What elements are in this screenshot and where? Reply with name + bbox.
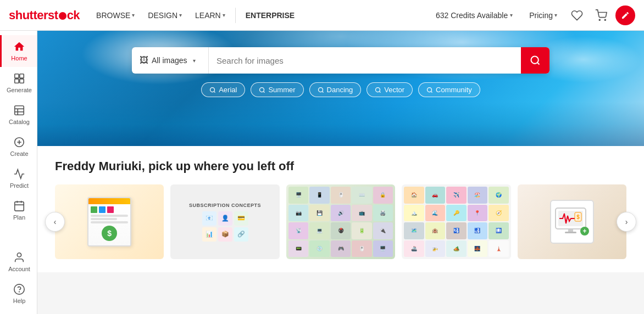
svg-rect-37 <box>565 232 576 233</box>
plan-icon <box>13 200 25 212</box>
logo[interactable]: shutterstck <box>9 8 80 23</box>
nav-design[interactable]: DESIGN ▾ <box>142 8 187 23</box>
svg-rect-6 <box>15 106 24 115</box>
nav-browse[interactable]: BROWSE ▾ <box>91 8 140 23</box>
tag-vector[interactable]: Vector <box>367 82 413 97</box>
svg-line-27 <box>322 91 323 92</box>
topnav-right: 632 Credits Available ▾ Pricing ▾ <box>429 5 635 25</box>
svg-rect-4 <box>15 79 19 83</box>
svg-point-28 <box>376 87 380 92</box>
svg-text:$: $ <box>576 214 580 220</box>
cart-icon <box>595 9 607 21</box>
svg-line-25 <box>264 91 265 92</box>
svg-rect-5 <box>20 79 24 83</box>
predict-icon <box>13 168 25 180</box>
tag-search-icon-3 <box>318 87 324 93</box>
design-chevron-icon: ▾ <box>179 12 182 18</box>
search-tags: Aerial Summer Dancing Vector <box>201 82 480 97</box>
svg-rect-13 <box>15 202 24 211</box>
sidebar-item-help[interactable]: Help <box>0 278 37 310</box>
tag-search-icon <box>209 87 216 93</box>
gallery-item-3[interactable]: 🖥️ 📱 🖱️ ⌨️ 🔒 📷 💾 🔊 📺 🖨️ 📡 💻 🖲️ � <box>286 184 395 259</box>
svg-rect-2 <box>15 74 19 78</box>
hero-content: 🖼 All images ▾ Aerial <box>37 31 644 97</box>
search-type-selector[interactable]: 🖼 All images ▾ <box>132 47 209 74</box>
tag-search-icon-5 <box>426 87 433 93</box>
sidebar-item-account[interactable]: Account <box>0 246 37 278</box>
main-layout: Home Generate Catalog Create Predict Pla… <box>0 31 644 314</box>
tag-search-icon-2 <box>259 87 265 93</box>
edit-icon <box>621 11 630 20</box>
profile-button[interactable] <box>615 5 635 25</box>
credits-chevron-icon: ▾ <box>510 12 513 18</box>
heart-icon <box>571 9 583 21</box>
gallery-item-1[interactable]: $ <box>55 184 164 259</box>
sidebar-item-catalog[interactable]: Catalog <box>0 99 37 131</box>
svg-rect-3 <box>20 74 24 78</box>
svg-point-17 <box>17 253 21 257</box>
svg-point-30 <box>428 87 432 92</box>
tag-summer[interactable]: Summer <box>251 82 303 97</box>
sidebar-item-home[interactable]: Home <box>0 35 37 67</box>
cart-button[interactable] <box>591 5 611 25</box>
account-icon <box>13 251 25 263</box>
sidebar: Home Generate Catalog Create Predict Pla… <box>0 31 37 314</box>
sidebar-item-create[interactable]: Create <box>0 131 37 162</box>
gallery: ‹ $ <box>55 184 626 259</box>
svg-point-22 <box>210 87 215 92</box>
nav-links: BROWSE ▾ DESIGN ▾ LEARN ▾ ENTERPRISE <box>91 8 300 23</box>
medical-illustration: $ + <box>550 200 594 244</box>
gallery-item-2[interactable]: SUBSCRIPTION CONCEPTS 📧 👤 💳 📊 📦 🔗 <box>170 184 279 259</box>
browse-chevron-icon: ▾ <box>132 12 135 18</box>
pricing-chevron-icon: ▾ <box>554 12 557 18</box>
favorites-button[interactable] <box>567 5 587 25</box>
svg-point-18 <box>14 284 24 294</box>
help-icon <box>13 283 25 295</box>
nav-learn[interactable]: LEARN ▾ <box>190 8 231 23</box>
credits-button[interactable]: 632 Credits Available ▾ <box>429 8 519 23</box>
tag-dancing[interactable]: Dancing <box>309 82 362 97</box>
svg-line-23 <box>214 91 215 92</box>
sidebar-item-plan[interactable]: Plan <box>0 194 37 226</box>
hero-section: 🖼 All images ▾ Aerial <box>37 31 644 146</box>
tag-community[interactable]: Community <box>418 82 480 97</box>
svg-text:+: + <box>582 227 586 235</box>
nav-enterprise[interactable]: ENTERPRISE <box>240 8 300 23</box>
hero-water <box>37 102 644 146</box>
svg-line-21 <box>537 63 540 65</box>
gallery-next-button[interactable]: › <box>617 212 636 232</box>
sidebar-item-predict[interactable]: Predict <box>0 162 37 194</box>
tag-search-icon-4 <box>375 87 381 93</box>
search-icon <box>530 55 541 66</box>
main-content: 🖼 All images ▾ Aerial <box>37 31 644 314</box>
gallery-item-4[interactable]: 🏠 🚗 ✈️ 🏖️ 🌍 🏔️ 🌊 🔑 📍 🧭 🗺️ 🏨 🛂 🛃 <box>402 184 510 259</box>
gallery-prev-button[interactable]: ‹ <box>45 212 65 232</box>
search-type-chevron-icon: ▾ <box>193 58 196 64</box>
svg-line-29 <box>380 91 381 92</box>
svg-rect-36 <box>568 229 573 232</box>
catalog-icon <box>13 104 25 116</box>
generate-icon <box>13 72 25 85</box>
search-input[interactable] <box>209 47 521 74</box>
svg-point-26 <box>318 87 323 92</box>
search-bar: 🖼 All images ▾ <box>132 47 549 74</box>
svg-point-24 <box>260 87 264 92</box>
top-navigation: shutterstck BROWSE ▾ DESIGN ▾ LEARN ▾ EN… <box>0 0 644 31</box>
section-title: Freddy Muriuki, pick up where you left o… <box>55 159 626 173</box>
create-icon <box>13 136 25 148</box>
gallery-item-5[interactable]: $ + <box>518 184 626 259</box>
search-button[interactable] <box>521 47 549 74</box>
medical-svg: $ + <box>553 203 591 241</box>
svg-point-1 <box>604 19 606 20</box>
nav-divider <box>235 8 236 23</box>
home-icon <box>13 41 25 53</box>
sidebar-item-generate[interactable]: Generate <box>0 67 37 99</box>
content-section: Freddy Muriuki, pick up where you left o… <box>37 146 644 272</box>
invoice-illustration: $ <box>87 197 131 246</box>
svg-point-0 <box>599 19 600 20</box>
svg-point-20 <box>531 57 538 64</box>
learn-chevron-icon: ▾ <box>223 12 225 18</box>
pricing-button[interactable]: Pricing ▾ <box>524 8 563 23</box>
tag-aerial[interactable]: Aerial <box>201 82 245 97</box>
image-icon: 🖼 <box>140 55 148 65</box>
